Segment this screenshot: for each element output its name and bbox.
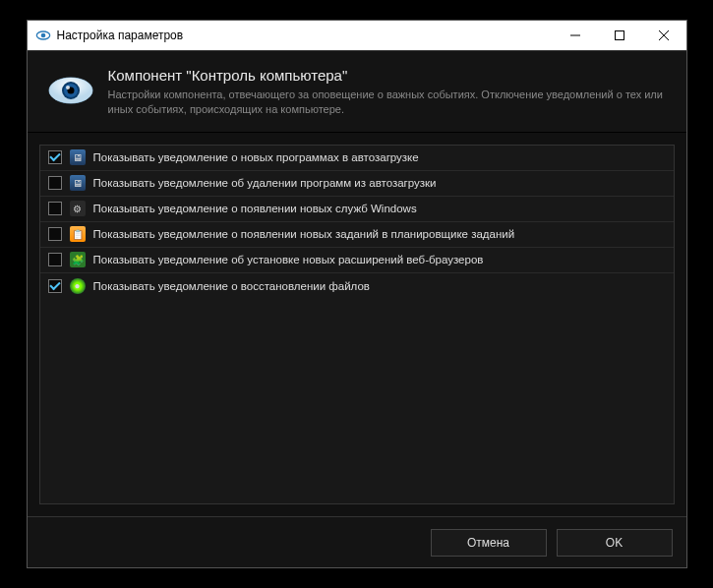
- program-add-icon: 🖥: [70, 149, 86, 165]
- window-title: Настройка параметров: [57, 29, 554, 42]
- option-checkbox[interactable]: [48, 227, 62, 241]
- option-checkbox[interactable]: [48, 202, 62, 215]
- option-row[interactable]: ●Показывать уведомление о восстановлении…: [40, 273, 674, 299]
- program-remove-icon: 🖥: [70, 175, 86, 191]
- ok-button[interactable]: OK: [557, 529, 673, 557]
- option-row[interactable]: 🧩Показывать уведомление об установке нов…: [40, 248, 674, 273]
- client-area: Компонент "Контроль компьютера" Настройк…: [28, 50, 686, 567]
- option-row[interactable]: ⚙Показывать уведомление о появлении новы…: [40, 197, 674, 222]
- svg-point-1: [40, 33, 45, 38]
- option-checkbox[interactable]: [48, 176, 62, 190]
- restore-icon: ●: [70, 278, 86, 294]
- maximize-button[interactable]: [598, 21, 642, 50]
- option-label: Показывать уведомление о новых программа…: [93, 151, 419, 163]
- footer: Отмена OK: [28, 516, 686, 567]
- titlebar: Настройка параметров: [28, 21, 686, 50]
- option-label: Показывать уведомление об установке новы…: [93, 254, 484, 265]
- option-label: Показывать уведомление об удалении прогр…: [93, 177, 437, 189]
- scheduler-icon: 📋: [70, 226, 86, 242]
- option-checkbox[interactable]: [48, 279, 62, 293]
- option-row[interactable]: 🖥Показывать уведомление о новых программ…: [40, 146, 674, 171]
- option-row[interactable]: 🖥Показывать уведомление об удалении прог…: [40, 171, 674, 197]
- option-checkbox[interactable]: [48, 150, 62, 164]
- cancel-button[interactable]: Отмена: [431, 529, 547, 557]
- header-text: Компонент "Контроль компьютера" Настройк…: [108, 67, 667, 118]
- header: Компонент "Контроль компьютера" Настройк…: [28, 51, 686, 133]
- svg-rect-3: [616, 31, 624, 40]
- settings-window: Настройка параметров: [27, 20, 687, 568]
- option-checkbox[interactable]: [48, 253, 62, 266]
- minimize-button[interactable]: [554, 21, 598, 50]
- service-icon: ⚙: [70, 201, 86, 216]
- option-label: Показывать уведомление о появлении новых…: [93, 228, 515, 240]
- header-subheading: Настройки компонента, отвечающего за опо…: [108, 88, 667, 118]
- component-eye-icon: [47, 67, 94, 114]
- options-list: 🖥Показывать уведомление о новых программ…: [39, 145, 675, 504]
- header-heading: Компонент "Контроль компьютера": [108, 67, 667, 84]
- option-row[interactable]: 📋Показывать уведомление о появлении новы…: [40, 222, 674, 248]
- option-label: Показывать уведомление о восстановлении …: [93, 280, 370, 292]
- close-button[interactable]: [642, 21, 686, 50]
- extension-icon: 🧩: [70, 252, 86, 267]
- svg-point-11: [66, 86, 70, 89]
- option-label: Показывать уведомление о появлении новых…: [93, 203, 417, 214]
- app-eye-icon: [35, 28, 51, 43]
